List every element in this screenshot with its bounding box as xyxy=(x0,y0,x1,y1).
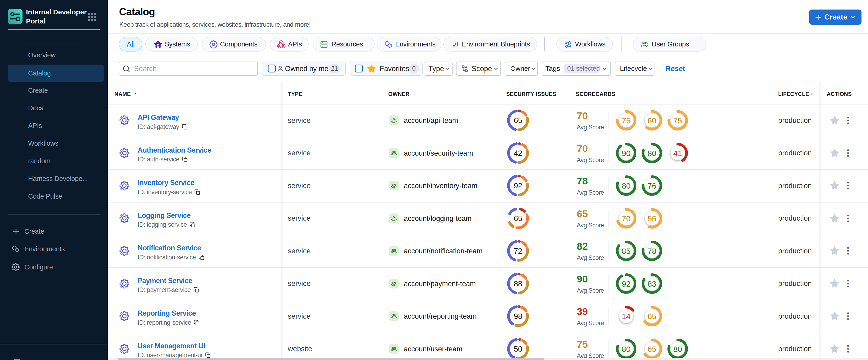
svg-text:42: 42 xyxy=(514,149,522,157)
svg-text:80: 80 xyxy=(648,149,656,158)
svg-text:65: 65 xyxy=(514,214,522,222)
svg-text:80: 80 xyxy=(622,181,630,190)
svg-text:75: 75 xyxy=(622,116,630,125)
svg-text:92: 92 xyxy=(622,279,630,288)
svg-text:65: 65 xyxy=(514,116,522,125)
svg-text:90: 90 xyxy=(622,149,630,158)
svg-text:65: 65 xyxy=(648,345,656,354)
svg-text:50: 50 xyxy=(514,344,522,353)
svg-text:76: 76 xyxy=(648,181,656,190)
svg-text:83: 83 xyxy=(648,279,656,288)
svg-text:88: 88 xyxy=(514,279,522,288)
svg-text:75: 75 xyxy=(673,116,682,125)
svg-text:80: 80 xyxy=(673,345,682,354)
svg-text:55: 55 xyxy=(648,214,656,223)
svg-text:72: 72 xyxy=(514,247,522,255)
svg-text:92: 92 xyxy=(514,181,522,190)
svg-text:14: 14 xyxy=(622,312,630,321)
svg-text:78: 78 xyxy=(648,247,656,256)
svg-text:70: 70 xyxy=(622,214,630,223)
svg-text:41: 41 xyxy=(673,149,682,158)
svg-text:65: 65 xyxy=(648,312,656,321)
svg-text:60: 60 xyxy=(648,116,656,125)
svg-text:85: 85 xyxy=(622,247,630,256)
svg-text:80: 80 xyxy=(622,345,630,354)
svg-text:98: 98 xyxy=(514,312,522,321)
